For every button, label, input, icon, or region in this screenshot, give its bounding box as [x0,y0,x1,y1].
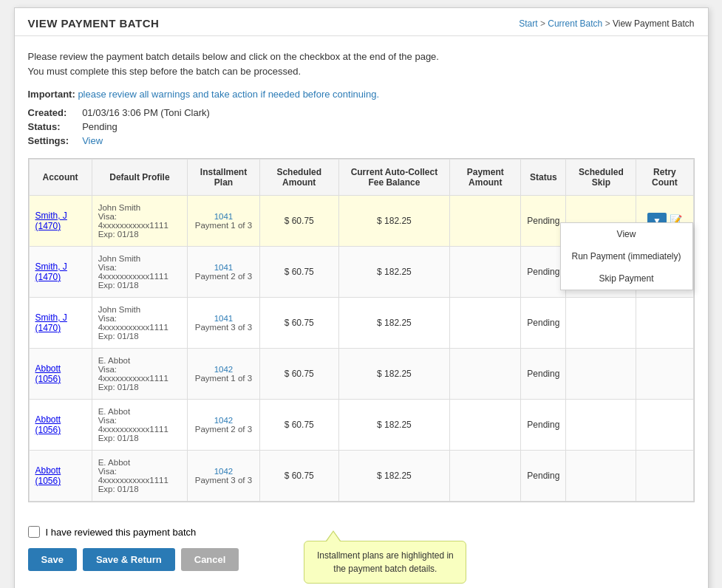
action-buttons-row: Save Save & Return Cancel Installment pl… [28,548,695,584]
important-body: please review all warnings and take acti… [75,89,379,100]
dropdown-menu-item[interactable]: Run Payment (immediately) [561,245,692,267]
cell-profile: John SmithVisa: 4xxxxxxxxxxx1111Exp: 01/… [92,298,187,349]
page-content: Please review the payment batch details … [15,36,708,516]
cell-plan[interactable]: 1041Payment 2 of 3 [188,247,260,298]
cell-profile: John SmithVisa: 4xxxxxxxxxxx1111Exp: 01/… [92,196,187,247]
important-label: Important: [28,89,75,100]
cell-plan[interactable]: 1042Payment 3 of 3 [188,451,260,502]
cell-scheduled-amount: $ 60.75 [259,349,338,400]
table-header-row: Account Default Profile Installment Plan… [29,160,693,196]
payment-table: Account Default Profile Installment Plan… [29,159,694,502]
cell-auto-collect: $ 182.25 [338,196,450,247]
cell-profile: E. AbbotVisa: 4xxxxxxxxxxx1111Exp: 01/18 [92,451,187,502]
dropdown-menu-item[interactable]: View [561,223,692,245]
dropdown-menu-item[interactable]: Skip Payment [561,267,692,290]
cell-auto-collect: $ 182.25 [338,298,450,349]
cell-retry-count [636,451,693,502]
status-label: Status: [28,121,72,132]
table-row: Abbott (1056)E. AbbotVisa: 4xxxxxxxxxxx1… [29,451,693,502]
created-value: 01/03/16 3:06 PM (Toni Clark) [82,107,210,118]
cell-status: Pending [521,349,566,400]
cell-profile: John SmithVisa: 4xxxxxxxxxxx1111Exp: 01/… [92,247,187,298]
col-default-profile: Default Profile [92,160,187,196]
cell-profile: E. AbbotVisa: 4xxxxxxxxxxx1111Exp: 01/18 [92,400,187,451]
cell-payment-amount [450,298,521,349]
settings-info: Settings: View [28,135,695,146]
created-label: Created: [28,107,72,118]
cell-status: Pending [521,298,566,349]
tooltip-arrow-inner [327,532,340,541]
col-retry-count: Retry Count [636,160,693,196]
page-title: VIEW PAYMENT BATCH [28,17,160,30]
breadcrumb: Start > Current Batch > View Payment Bat… [519,18,694,29]
payment-table-container: Account Default Profile Installment Plan… [28,158,695,502]
review-checkbox-label[interactable]: I have reviewed this payment batch [46,527,197,538]
table-row: Abbott (1056)E. AbbotVisa: 4xxxxxxxxxxx1… [29,349,693,400]
cell-payment-amount [450,400,521,451]
cell-auto-collect: $ 182.25 [338,400,450,451]
intro-line2: You must complete this step before the b… [28,64,695,79]
cell-payment-amount [450,196,521,247]
col-scheduled-amount: Scheduled Amount [259,160,338,196]
cell-account[interactable]: Smith, J (1470) [29,298,92,349]
table-row: Abbott (1056)E. AbbotVisa: 4xxxxxxxxxxx1… [29,400,693,451]
settings-label: Settings: [28,135,72,146]
cell-plan[interactable]: 1041Payment 3 of 3 [188,298,260,349]
cell-account[interactable]: Abbott (1056) [29,349,92,400]
col-auto-collect: Current Auto-Collect Fee Balance [338,160,450,196]
cell-scheduled-skip [566,451,636,502]
cell-profile: E. AbbotVisa: 4xxxxxxxxxxx1111Exp: 01/18 [92,349,187,400]
cancel-button[interactable]: Cancel [181,548,239,571]
tooltip-bubble: Installment plans are highlighted in the… [304,541,466,584]
cell-plan[interactable]: 1041Payment 1 of 3 [188,196,260,247]
cell-auto-collect: $ 182.25 [338,451,450,502]
cell-payment-amount [450,451,521,502]
breadcrumb-current: View Payment Batch [613,18,695,29]
cell-retry-count [636,298,693,349]
cell-status: Pending [521,451,566,502]
cell-retry-count [636,349,693,400]
footer-area: I have reviewed this payment batch Save … [15,516,708,588]
cell-account[interactable]: Smith, J (1470) [29,247,92,298]
tooltip-text: Installment plans are highlighted in the… [304,541,466,584]
cell-scheduled-skip [566,298,636,349]
page-header: VIEW PAYMENT BATCH Start > Current Batch… [15,8,708,36]
cell-scheduled-amount: $ 60.75 [259,196,338,247]
cell-account[interactable]: Abbott (1056) [29,400,92,451]
col-installment-plan: Installment Plan [188,160,260,196]
cell-account[interactable]: Abbott (1056) [29,451,92,502]
cell-retry-count [636,400,693,451]
save-return-button[interactable]: Save & Return [83,548,175,571]
cell-plan[interactable]: 1042Payment 1 of 3 [188,349,260,400]
settings-link[interactable]: View [82,135,103,146]
cell-scheduled-skip [566,400,636,451]
col-status: Status [521,160,566,196]
cell-plan[interactable]: 1042Payment 2 of 3 [188,400,260,451]
save-button[interactable]: Save [28,548,77,571]
cell-payment-amount [450,247,521,298]
cell-status: Pending [521,400,566,451]
table-row: Smith, J (1470)John SmithVisa: 4xxxxxxxx… [29,298,693,349]
col-scheduled-skip: Scheduled Skip [566,160,636,196]
review-checkbox-row: I have reviewed this payment batch [28,526,695,538]
cell-scheduled-amount: $ 60.75 [259,298,338,349]
intro-line1: Please review the payment batch details … [28,49,695,64]
cell-scheduled-amount: $ 60.75 [259,247,338,298]
cell-scheduled-amount: $ 60.75 [259,451,338,502]
col-payment-amount: Payment Amount [450,160,521,196]
cell-account[interactable]: Smith, J (1470) [29,196,92,247]
status-info: Status: Pending [28,121,695,132]
review-checkbox[interactable] [28,526,40,538]
cell-retry-count: ▼📝ViewRun Payment (immediately)Skip Paym… [636,196,693,247]
breadcrumb-current-batch[interactable]: Current Batch [548,18,602,29]
status-value: Pending [82,121,118,132]
cell-scheduled-amount: $ 60.75 [259,400,338,451]
breadcrumb-start[interactable]: Start [519,18,537,29]
intro-text: Please review the payment batch details … [28,49,695,78]
cell-payment-amount [450,349,521,400]
cell-scheduled-skip [566,349,636,400]
row-dropdown-menu: ViewRun Payment (immediately)Skip Paymen… [560,222,693,290]
important-notice: Important: please review all warnings an… [28,89,695,100]
created-info: Created: 01/03/16 3:06 PM (Toni Clark) [28,107,695,118]
cell-auto-collect: $ 182.25 [338,247,450,298]
